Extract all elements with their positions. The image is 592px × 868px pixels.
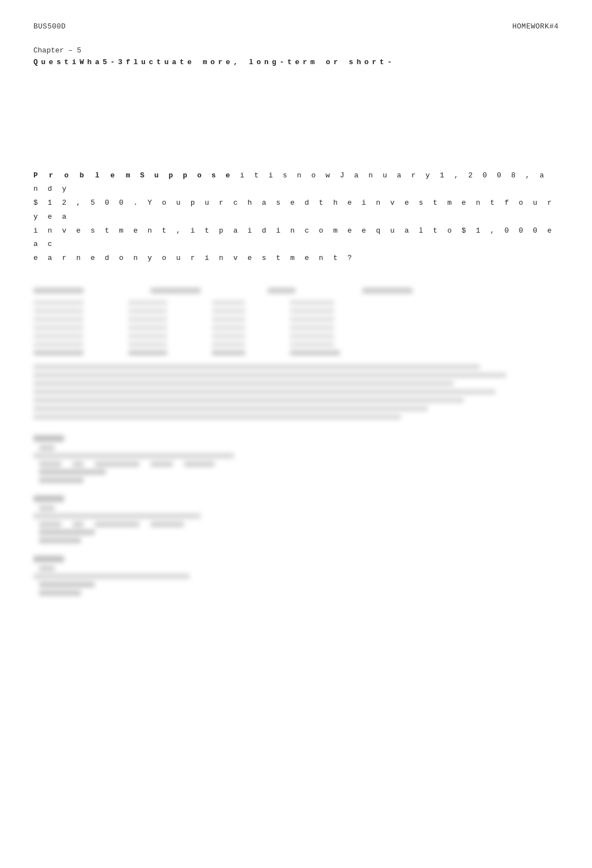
para-line-5 [33,398,464,403]
row7-year [33,350,84,355]
problem-block: P r o b l e m S u p p o s e i t i s n o … [33,169,559,266]
step1-desc [33,453,234,459]
step2-sub1 [39,505,55,511]
row5-income [128,334,167,339]
problem-line-2: $ 1 2 , 5 0 0 . Y o u p u r c h a s e d … [33,196,559,224]
problem-sup: S u p p o s e [140,171,232,180]
col-income [151,288,201,293]
row6-value [212,342,245,347]
row5-return [290,334,334,339]
problem-line-4: e a r n e d o n y o u r i n v e s t m e … [33,252,559,266]
step2-formula [39,522,559,527]
step3-result-a [39,582,95,587]
problem-line-1: P r o b l e m S u p p o s e i t i s n o … [33,169,559,196]
row4-income [128,325,167,330]
blurred-solution [33,288,559,596]
step1-sub1 [39,445,55,451]
problem-text-4: e a r n e d o n y o u r i n v e s t m e … [33,254,355,262]
row7-return [290,350,340,355]
row3-income [128,317,167,322]
step3-result-b [39,590,81,596]
row3-return [290,317,334,322]
para-line-2 [33,373,506,378]
problem-text-2: $ 1 2 , 5 0 0 . Y o u p u r c h a s e d … [33,199,555,221]
table-row [33,342,559,347]
step2-result-b [39,538,81,543]
page: BUS500D HOMEWORK#4 Chapter – 5 QuestiWha… [0,0,592,868]
table-row [33,300,559,305]
row6-return [290,342,334,347]
row1-value [212,300,245,305]
step1-result-b [39,478,84,483]
row7-income [128,350,167,355]
problem-bold-prefix: P r o b l e [33,171,126,180]
row6-year [33,342,84,347]
col-value [268,288,295,293]
table-row [33,325,559,330]
row5-year [33,334,84,339]
s2-formula-1 [39,522,61,527]
step2-desc [33,513,201,519]
row4-year [33,325,84,330]
question-number-bold: Wha5-3 [80,58,126,66]
s2-formula-4 [151,522,184,527]
problem-text-3: i n v e s t m e n t , i t p a i d i n c … [33,226,555,249]
row6-income [128,342,167,347]
row1-year [33,300,84,305]
row2-year [33,308,84,314]
para-line-3 [33,381,454,386]
table-row [33,334,559,339]
step3-sub1 [39,566,55,571]
header: BUS500D HOMEWORK#4 [33,22,559,31]
row3-year [33,317,84,322]
step2-label [33,495,64,502]
para-line-7 [33,414,401,419]
formula-part-4 [151,461,173,467]
question-line: QuestiWha5-3fluctuate more, long-term or… [33,57,559,69]
chapter-label: Chapter – 5 [33,46,559,55]
col-year [33,288,84,293]
step2-result-a [39,529,95,535]
row5-value [212,334,245,339]
formula-part-1 [39,461,61,467]
course-code: BUS500D [33,22,66,31]
col-return [362,288,413,293]
step1-result-a [39,469,106,475]
step2-block [33,495,559,543]
table-row [33,350,559,355]
row4-return [290,325,334,330]
blurred-paragraph [33,364,559,419]
row3-value [212,317,245,322]
row2-value [212,308,245,314]
step3-block [33,556,559,596]
formula-part-3 [95,461,139,467]
homework-label: HOMEWORK#4 [512,22,559,31]
problem-line-3: i n v e s t m e n t , i t p a i d i n c … [33,224,559,252]
formula-part-2 [72,461,84,467]
s2-formula-3 [95,522,139,527]
table-row [33,308,559,314]
para-line-4 [33,389,496,394]
row1-return [290,300,334,305]
step1-label [33,435,64,442]
step3-label [33,556,64,562]
problem-number: m [126,171,140,180]
question-text: f [126,58,134,66]
question-prefix: Questi [33,58,80,66]
table-header-row [33,288,559,293]
para-line-6 [33,406,428,411]
row2-return [290,308,334,314]
formula-part-5 [184,461,215,467]
table-row [33,317,559,322]
row1-income [128,300,167,305]
step1-block [33,435,559,483]
row4-value [212,325,245,330]
row2-income [128,308,167,314]
step1-formula [39,461,559,467]
row7-value [212,350,245,355]
s2-formula-2 [72,522,84,527]
para-line-1 [33,364,480,369]
step3-desc [33,573,190,579]
